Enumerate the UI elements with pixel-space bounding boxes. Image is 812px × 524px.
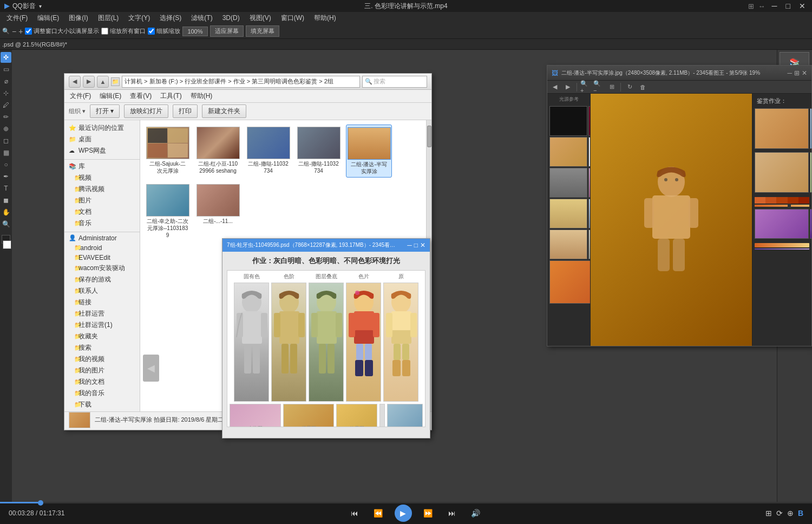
iv-thumb-large1[interactable] xyxy=(549,260,591,304)
clone-tool[interactable]: ⊕ xyxy=(1,123,11,134)
menu-window[interactable]: 窗口(W) xyxy=(277,12,309,24)
iv-minimize-btn[interactable]: ─ xyxy=(787,69,792,77)
crop-tool[interactable]: ⊹ xyxy=(1,88,11,99)
psd-minimize[interactable]: ─ xyxy=(407,241,412,249)
file-item-4[interactable]: 二组-撒哒-11032734 xyxy=(296,125,342,178)
bg-color[interactable] xyxy=(3,240,11,249)
fb-sidebar-admin[interactable]: 👤 Administrator xyxy=(64,233,140,243)
media-play-btn[interactable]: ▶ xyxy=(395,505,412,522)
fb-menu-edit[interactable]: 编辑(E) xyxy=(96,90,125,102)
iv-thumb-7[interactable] xyxy=(549,199,587,228)
fb-sidebar-recent[interactable]: ⭐ 最近访问的位置 xyxy=(64,122,140,134)
zoom-100-btn[interactable]: 100% xyxy=(182,27,207,36)
all-windows-checkbox[interactable] xyxy=(101,28,108,35)
menu-image[interactable]: 图像(I) xyxy=(64,12,92,24)
menu-view[interactable]: 视图(V) xyxy=(245,12,276,24)
dodge-tool[interactable]: ○ xyxy=(1,159,11,170)
iv-review-5[interactable] xyxy=(755,209,809,239)
zoom-out-icon[interactable]: − xyxy=(12,27,16,36)
menu-filter[interactable]: 滤镜(T) xyxy=(187,12,217,24)
zoom-icon[interactable]: 🔍 xyxy=(2,28,10,35)
pen-tool[interactable]: ✒ xyxy=(1,171,11,182)
iv-close-btn[interactable]: ✕ xyxy=(802,69,807,77)
fb-sidebar-video[interactable]: 📁 视频 xyxy=(64,172,140,184)
iv-thumb-5[interactable] xyxy=(549,168,587,198)
fb-sidebar-wps[interactable]: ☁ WPS网盘 xyxy=(64,145,140,156)
brush-tool[interactable]: ✏ xyxy=(1,112,11,122)
selection-tool[interactable]: ▭ xyxy=(1,64,11,75)
iv-tool-delete[interactable]: 🗑 xyxy=(637,82,648,93)
shape-tool[interactable]: ◼ xyxy=(1,195,11,206)
iv-review-6-large[interactable] xyxy=(810,209,811,239)
iv-tool-prev[interactable]: ◀ xyxy=(549,82,560,93)
psd-image-area[interactable]: 固有色 色阶 图层叠底 色片 原 xyxy=(227,270,425,427)
icon-settings[interactable]: ↔ xyxy=(758,2,765,10)
file-item-1[interactable]: 二组-Sajuuk-二次元厚涂 xyxy=(145,125,191,178)
fb-sidebar-desktop[interactable]: 📁 桌面 xyxy=(64,134,140,145)
menu-select[interactable]: 选择(S) xyxy=(155,12,186,24)
media-volume-btn[interactable]: 🔊 xyxy=(468,506,483,521)
iv-review-3[interactable] xyxy=(755,152,809,193)
fb-sidebar-evave[interactable]: 📁 EVAVEEdit xyxy=(64,253,140,263)
fb-sidebar-search[interactable]: 📁 搜索 xyxy=(64,342,140,353)
fb-menu-help[interactable]: 帮助(H) xyxy=(187,90,216,102)
menu-help[interactable]: 帮助(H) xyxy=(310,12,340,24)
progress-bar-container[interactable] xyxy=(0,502,812,503)
media-prev-btn[interactable]: ⏮ xyxy=(347,506,362,521)
hand-tool[interactable]: ✋ xyxy=(1,207,11,218)
fb-sidebar-fav[interactable]: 📁 收藏夹 xyxy=(64,331,140,342)
media-forward-btn[interactable]: ⏩ xyxy=(421,506,436,521)
progress-indicator[interactable] xyxy=(38,500,43,506)
fb-sidebar-download[interactable]: 📁 下载 xyxy=(64,399,140,410)
fb-sidebar-contacts[interactable]: 📁 联系人 xyxy=(64,285,140,297)
iv-expand-btn[interactable]: ⊞ xyxy=(794,69,800,77)
fb-sidebar-mypics[interactable]: 📁 我的图片 xyxy=(64,365,140,376)
fb-menu-file[interactable]: 文件(F) xyxy=(67,90,94,102)
fb-sidebar-community2[interactable]: 📁 社群运营(1) xyxy=(64,319,140,331)
file-item-5[interactable]: 二组-潘达-半写实厚涂 xyxy=(346,125,392,178)
file-item-7[interactable]: 二组-...-11... xyxy=(195,182,241,241)
psd-close[interactable]: ✕ xyxy=(420,241,425,249)
fb-sidebar-myvideo[interactable]: 📁 我的视频 xyxy=(64,353,140,365)
fb-up-btn[interactable]: ▲ xyxy=(97,76,109,88)
fb-open-btn[interactable]: 打开 ▾ xyxy=(90,104,120,118)
fb-sidebar-games[interactable]: 📁 保存的游戏 xyxy=(64,274,140,285)
move-tool[interactable]: ✜ xyxy=(1,52,11,63)
fb-back-btn[interactable]: ◀ xyxy=(69,76,81,88)
smooth-checkbox[interactable] xyxy=(148,28,155,35)
file-item-3[interactable]: 二组-撒哒-11032734 xyxy=(245,125,291,178)
fb-sidebar-mydocs[interactable]: 📁 我的文档 xyxy=(64,376,140,388)
fb-search-box[interactable]: 🔍 搜索 xyxy=(362,76,427,88)
menu-text[interactable]: 文字(Y) xyxy=(124,12,154,24)
iv-thumb-1[interactable] xyxy=(549,106,587,136)
fit-checkbox[interactable] xyxy=(25,28,32,35)
fb-sidebar-links[interactable]: 📁 链接 xyxy=(64,297,140,308)
fb-sidebar-wacom[interactable]: 📁 wacom安装驱动 xyxy=(64,263,140,274)
file-item-2[interactable]: 二组-红小豆-11029966 seshang xyxy=(195,125,241,178)
fill-screen-btn[interactable]: 填充屏幕 xyxy=(246,25,279,37)
fb-sidebar-pics[interactable]: 📁 图片 xyxy=(64,195,140,206)
iv-image-display[interactable] xyxy=(591,94,752,346)
icon-screenshot[interactable]: ⊞ xyxy=(748,2,754,10)
fb-newfolder-btn[interactable]: 新建文件夹 xyxy=(202,104,246,118)
fb-sidebar-community[interactable]: 📁 社群运营 xyxy=(64,308,140,319)
fb-sidebar-docs[interactable]: 📁 文档 xyxy=(64,206,140,218)
fb-menu-view[interactable]: 查看(V) xyxy=(127,90,155,102)
fb-sidebar-tencent[interactable]: 📁 腾讯视频 xyxy=(64,184,140,195)
text-tool[interactable]: T xyxy=(1,183,11,194)
iv-thumb-3[interactable] xyxy=(549,137,587,167)
fb-sidebar-lib[interactable]: 📚 库 xyxy=(64,161,140,172)
minimize-btn[interactable]: ─ xyxy=(770,2,780,10)
menu-3d[interactable]: 3D(D) xyxy=(218,13,244,23)
eyedropper-tool[interactable]: 🖊 xyxy=(1,100,11,110)
status-icon-3[interactable]: ⊕ xyxy=(787,509,794,518)
fb-sidebar-mymusic[interactable]: 📁 我的音乐 xyxy=(64,388,140,399)
zoom-tool[interactable]: 🔍 xyxy=(1,219,11,230)
iv-tool-next[interactable]: ▶ xyxy=(562,82,573,93)
eraser-tool[interactable]: ◻ xyxy=(1,135,11,146)
fit-screen-btn[interactable]: 适应屏幕 xyxy=(210,25,244,37)
status-icon-1[interactable]: ⊞ xyxy=(765,509,772,518)
status-icon-4[interactable]: B xyxy=(798,509,803,518)
qq-dropdown[interactable]: ▾ xyxy=(39,3,42,9)
status-icon-2[interactable]: ⟳ xyxy=(776,509,783,518)
